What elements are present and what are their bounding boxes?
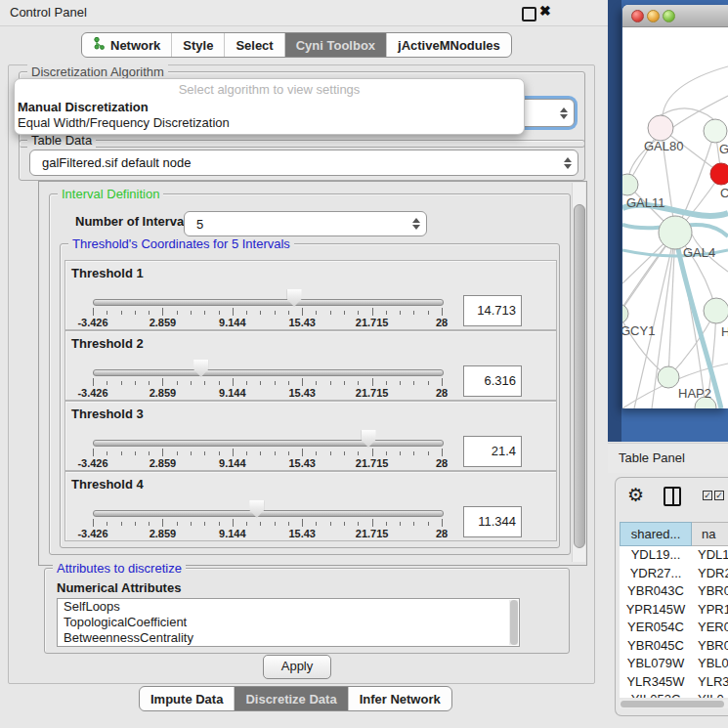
cell-shared-name[interactable]: YBR043C [620, 582, 692, 601]
node-h[interactable] [704, 298, 728, 323]
cell-shared-name[interactable]: YLR345W [620, 673, 692, 692]
network-window-titlebar[interactable] [622, 5, 728, 27]
node-label-gcy1: GCY1 [622, 323, 655, 338]
attribute-list-item[interactable]: TopologicalCoefficient [58, 615, 519, 630]
interval-definition-group-title: Interval Definition [58, 187, 163, 201]
tab-network-label: Network [110, 38, 160, 53]
option-equal-width-frequency[interactable]: Equal Width/Frequency Discretization [18, 115, 230, 130]
cyni-toolbox-panel: Discretization Algorithm Table Data galF… [8, 64, 595, 684]
threshold-slider-track[interactable] [93, 440, 444, 447]
threshold-value-field[interactable]: 21.4 [463, 436, 522, 467]
cell-shared-name[interactable]: YBR045C [620, 637, 692, 656]
gear-icon[interactable]: ⚙ [627, 484, 644, 506]
table-row[interactable]: YDR27...YDR2 [620, 565, 728, 583]
cell-shared-name[interactable]: YIL053C [620, 691, 692, 698]
threshold-label: Threshold 1 [71, 266, 144, 280]
columns-icon[interactable] [664, 487, 681, 506]
close-icon[interactable]: ✖ [539, 3, 551, 19]
table-panel-title: Table Panel [619, 450, 685, 465]
list-scrollbar-thumb[interactable] [510, 600, 518, 645]
option-manual-discretization[interactable]: Manual Discretization [18, 100, 149, 114]
list-scrollbar[interactable] [509, 600, 518, 645]
tab-infer-network[interactable]: Infer Network [348, 687, 451, 710]
tab-select[interactable]: Select [224, 33, 283, 57]
tab-jactivemnodules[interactable]: jActiveMNodules [386, 33, 511, 57]
tab-discretize-data[interactable]: Discretize Data [234, 687, 347, 710]
tab-style[interactable]: Style [171, 33, 224, 57]
spinner-arrows-icon [554, 107, 574, 119]
table-row[interactable]: YIL053CYIL0 [620, 691, 728, 698]
cell-name[interactable]: YBR0 [692, 637, 728, 656]
tab-network[interactable]: Network [82, 33, 171, 57]
node-gal80[interactable] [648, 115, 673, 141]
threshold-value-field[interactable]: 14.713 [463, 295, 522, 326]
node-label-partial-c: C [720, 186, 728, 200]
cell-name[interactable]: YDL1 [692, 546, 728, 565]
node-label-gal11: GAL11 [626, 195, 665, 210]
scrollbar-thumb[interactable] [621, 701, 724, 707]
cell-shared-name[interactable]: YPR145W [620, 601, 692, 620]
cell-name[interactable]: YBR0 [692, 582, 728, 601]
cell-shared-name[interactable]: YDL19... [620, 546, 692, 565]
table-data-selected-value: galFiltered.sif default node [30, 155, 558, 170]
table-row[interactable]: YBR043CYBR0 [620, 582, 728, 601]
control-panel-tabbar: Network Style Select Cyni Toolbox jActiv… [81, 32, 512, 58]
threshold-value-field[interactable]: 6.316 [463, 365, 522, 397]
threshold-slider-track[interactable] [93, 369, 444, 376]
table-row[interactable]: YBR045CYBR0 [620, 637, 728, 656]
table-body[interactable]: YDL19...YDL1YDR27...YDR2YBR043CYBR0YPR14… [620, 546, 728, 698]
zoom-traffic-light[interactable] [663, 10, 675, 22]
threshold-label: Threshold 4 [71, 477, 144, 492]
float-window-icon[interactable] [522, 7, 536, 21]
table-row[interactable]: YLR345WYLR3 [620, 673, 728, 692]
node-gal4[interactable] [659, 216, 692, 249]
cell-name[interactable]: YIL0 [692, 691, 728, 698]
tab-impute-data[interactable]: Impute Data [140, 687, 234, 710]
number-of-intervals-select[interactable]: 5 [184, 211, 427, 236]
spinner-arrows-icon [407, 218, 426, 230]
cell-shared-name[interactable]: YBL079W [620, 655, 692, 673]
attribute-list-item[interactable]: SelfLoops [58, 599, 519, 615]
column-header-name[interactable]: na [692, 522, 728, 546]
scrollbar-thumb[interactable] [574, 204, 585, 548]
close-traffic-light[interactable] [631, 10, 644, 22]
node-red[interactable] [710, 163, 728, 185]
checkbox-icon[interactable]: ✓ [703, 491, 712, 500]
cyni-bottom-tabbar: Impute Data Discretize Data Infer Networ… [139, 686, 452, 711]
network-view-window[interactable]: GAL80 G C GAL11 GAL4 GCY1 H HAP2 [622, 5, 728, 408]
cell-shared-name[interactable]: YDR27... [620, 565, 692, 583]
cell-name[interactable]: YPR1 [692, 601, 728, 620]
table-row[interactable]: YDL19...YDL1 [620, 546, 728, 565]
cell-name[interactable]: YER0 [692, 619, 728, 637]
cell-name[interactable]: YBL0 [692, 655, 728, 673]
checkbox-icon[interactable]: ✓ [714, 491, 724, 500]
table-data-select[interactable]: galFiltered.sif default node [29, 150, 578, 176]
node-gcy1[interactable] [622, 304, 628, 323]
threshold-value-field[interactable]: 11.344 [463, 506, 522, 537]
column-header-shared[interactable]: shared... [620, 522, 692, 546]
threshold-label: Threshold 3 [71, 407, 144, 421]
settings-scrollpane: Interval Definition Number of Intervals … [38, 181, 587, 566]
table-panel: ⚙ ✓ ✓ shared... na YDL19...YDL1YDR27...Y… [615, 477, 728, 716]
numerical-attributes-list[interactable]: SelfLoopsTopologicalCoefficientBetweenne… [57, 598, 520, 647]
network-canvas[interactable]: GAL80 G C GAL11 GAL4 GCY1 H HAP2 [622, 27, 728, 408]
cell-shared-name[interactable]: YER054C [620, 619, 692, 637]
discretization-algorithm-group-title: Discretization Algorithm [27, 64, 168, 79]
node-gal11[interactable] [622, 174, 638, 195]
table-row[interactable]: YBL079WYBL0 [620, 655, 728, 673]
attribute-list-item[interactable]: BetweennessCentrality [58, 630, 519, 646]
node-partial-g[interactable] [704, 119, 727, 143]
table-row[interactable]: YPR145WYPR1 [620, 601, 728, 620]
threshold-slider-track[interactable] [93, 299, 444, 306]
table-row[interactable]: YER054CYER0 [620, 619, 728, 637]
node-hap2[interactable] [658, 366, 679, 388]
threshold-slider-track[interactable] [93, 510, 444, 517]
algorithm-dropdown-popup: Select algorithm to view settings Manual… [14, 78, 525, 135]
vertical-scrollbar[interactable] [572, 183, 585, 562]
apply-button[interactable]: Apply [263, 655, 331, 679]
minimize-traffic-light[interactable] [647, 10, 660, 22]
horizontal-scrollbar[interactable] [620, 700, 728, 708]
tab-cyni-toolbox[interactable]: Cyni Toolbox [284, 33, 386, 57]
cell-name[interactable]: YDR2 [692, 565, 728, 583]
cell-name[interactable]: YLR3 [692, 673, 728, 692]
